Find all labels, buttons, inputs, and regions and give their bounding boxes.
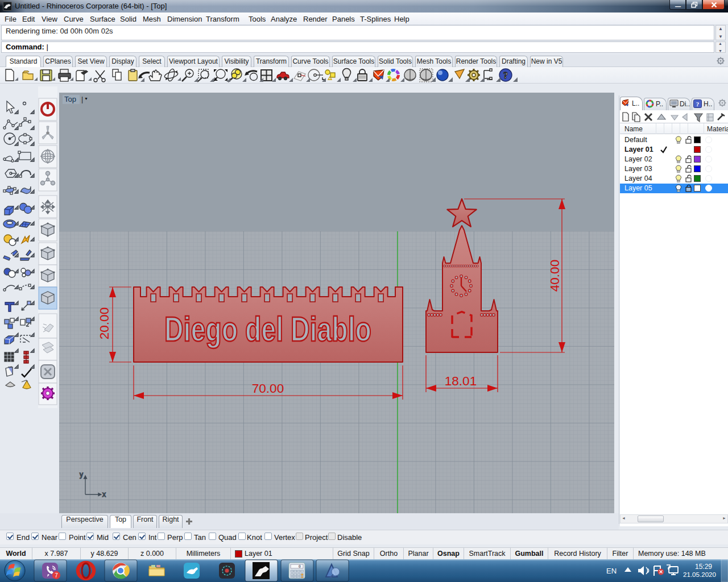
svg-text:15:29: 15:29	[695, 563, 712, 571]
svg-text:18.01: 18.01	[445, 374, 477, 388]
svg-text:21.05.2020: 21.05.2020	[683, 571, 716, 578]
svg-text:20.00: 20.00	[97, 307, 111, 339]
svg-text:40.00: 40.00	[548, 260, 562, 292]
svg-text:Diego del Diablo: Diego del Diablo	[164, 310, 371, 348]
svg-text:y: y	[80, 471, 83, 479]
svg-text:?: ?	[503, 70, 508, 80]
svg-text:0: 0	[299, 564, 301, 569]
svg-text:7: 7	[55, 572, 58, 579]
svg-text:EN: EN	[606, 567, 617, 575]
svg-text:?: ?	[696, 101, 700, 107]
svg-text:70.00: 70.00	[252, 381, 284, 396]
svg-text:x: x	[102, 490, 106, 498]
